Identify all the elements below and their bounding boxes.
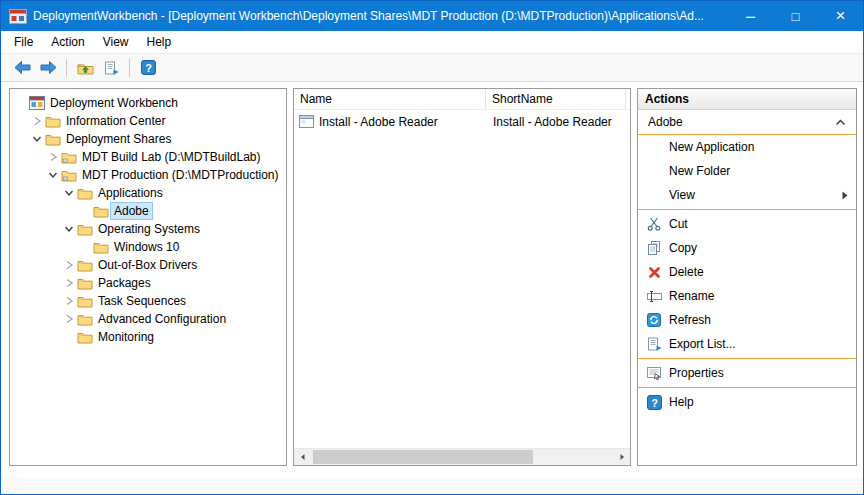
toolbar-separator xyxy=(66,59,67,77)
tree-item-label: Out-of-Box Drivers xyxy=(94,256,201,274)
column-header-shortname[interactable]: ShortName xyxy=(486,89,626,109)
title-bar[interactable]: DeploymentWorkbench - [Deployment Workbe… xyxy=(1,1,863,31)
action-new-application[interactable]: New Application xyxy=(638,135,856,159)
chevron-right-icon[interactable] xyxy=(62,258,76,272)
chevron-right-icon[interactable] xyxy=(30,114,44,128)
horizontal-scrollbar[interactable] xyxy=(294,448,630,465)
tree-item-mdt-build-lab-d-mdtbuildlab[interactable]: MDT Build Lab (D:\MDTBuildLab) xyxy=(10,148,286,166)
actions-pane: Actions Adobe New ApplicationNew FolderV… xyxy=(637,88,857,466)
forward-button[interactable] xyxy=(35,56,61,80)
chevron-right-icon[interactable] xyxy=(62,312,76,326)
minimize-button[interactable]: ─ xyxy=(728,1,773,31)
export-list-button[interactable] xyxy=(98,56,124,80)
up-folder-icon xyxy=(77,61,94,75)
expander-placeholder xyxy=(14,96,28,110)
tree-item-deployment-workbench[interactable]: Deployment Workbench xyxy=(10,94,286,112)
scroll-thumb[interactable] xyxy=(313,450,533,464)
action-delete[interactable]: Delete xyxy=(638,260,856,284)
action-refresh[interactable]: Refresh xyxy=(638,308,856,332)
toolbar: ? xyxy=(1,54,863,82)
actions-group-label: Adobe xyxy=(648,115,683,129)
folder-icon xyxy=(76,223,94,236)
action-label: Delete xyxy=(669,265,704,279)
column-header-name[interactable]: Name xyxy=(294,89,486,109)
expander-placeholder xyxy=(78,240,92,254)
action-properties[interactable]: Properties xyxy=(638,361,856,385)
scroll-right-arrow-icon[interactable] xyxy=(613,449,630,465)
results-pane: NameShortName Install - Adobe ReaderInst… xyxy=(293,88,631,466)
tree-item-label: Monitoring xyxy=(94,328,158,346)
row-name-label: Install - Adobe Reader xyxy=(319,115,438,129)
chevron-down-icon[interactable] xyxy=(62,186,76,200)
tree-item-mdt-production-d-mdtproduction[interactable]: MDT Production (D:\MDTProduction) xyxy=(10,166,286,184)
back-button[interactable] xyxy=(9,56,35,80)
tree-item-information-center[interactable]: Information Center xyxy=(10,112,286,130)
list-body: Install - Adobe ReaderInstall - Adobe Re… xyxy=(294,110,630,448)
scroll-track[interactable] xyxy=(311,449,613,465)
up-one-level-button[interactable] xyxy=(72,56,98,80)
action-export-list[interactable]: Export List... xyxy=(638,332,856,356)
console-icon xyxy=(28,96,46,110)
window-title: DeploymentWorkbench - [Deployment Workbe… xyxy=(33,9,728,23)
tree-item-out-of-box-drivers[interactable]: Out-of-Box Drivers xyxy=(10,256,286,274)
list-row-install-adobe-reader[interactable]: Install - Adobe ReaderInstall - Adobe Re… xyxy=(294,112,630,131)
action-view[interactable]: View xyxy=(638,183,856,207)
tree-item-monitoring[interactable]: Monitoring xyxy=(10,328,286,346)
list-header: NameShortName xyxy=(294,89,630,110)
action-label: Refresh xyxy=(669,313,711,327)
action-rename[interactable]: Rename xyxy=(638,284,856,308)
action-label: Properties xyxy=(669,366,724,380)
folder-icon xyxy=(76,295,94,308)
actions-group-header[interactable]: Adobe xyxy=(638,110,856,135)
app-icon xyxy=(9,9,27,24)
tree-item-applications[interactable]: Applications xyxy=(10,184,286,202)
tree-item-advanced-configuration[interactable]: Advanced Configuration xyxy=(10,310,286,328)
row-shortname-label: Install - Adobe Reader xyxy=(486,115,626,129)
back-arrow-icon xyxy=(14,60,31,75)
client-area: Deployment WorkbenchInformation CenterDe… xyxy=(1,82,863,478)
tree-item-label: Information Center xyxy=(62,112,169,130)
menu-view[interactable]: View xyxy=(94,32,138,52)
tree-item-adobe[interactable]: Adobe xyxy=(10,202,286,220)
menu-help[interactable]: Help xyxy=(138,32,181,52)
application-icon xyxy=(299,115,314,128)
action-label: Help xyxy=(669,395,694,409)
action-label: Export List... xyxy=(669,337,736,351)
export-doc-icon xyxy=(646,337,662,351)
folder-icon xyxy=(76,331,94,344)
close-button[interactable]: × xyxy=(818,1,863,31)
chevron-right-icon[interactable] xyxy=(62,276,76,290)
tree-item-task-sequences[interactable]: Task Sequences xyxy=(10,292,286,310)
action-help[interactable]: ?Help xyxy=(638,390,856,414)
tree-item-label: Windows 10 xyxy=(110,238,183,256)
refresh-icon xyxy=(646,313,662,327)
action-new-folder[interactable]: New Folder xyxy=(638,159,856,183)
chevron-up-icon[interactable] xyxy=(835,119,846,126)
delete-icon xyxy=(646,266,662,279)
tree-item-windows-10[interactable]: Windows 10 xyxy=(10,238,286,256)
maximize-button[interactable]: □ xyxy=(773,1,818,31)
action-label: Rename xyxy=(669,289,714,303)
actions-separator xyxy=(638,358,856,359)
tree-item-deployment-shares[interactable]: Deployment Shares xyxy=(10,130,286,148)
folder-icon xyxy=(92,241,110,254)
chevron-right-icon[interactable] xyxy=(46,150,60,164)
scroll-left-arrow-icon[interactable] xyxy=(294,449,311,465)
tree-item-operating-systems[interactable]: Operating Systems xyxy=(10,220,286,238)
action-label: View xyxy=(669,188,695,202)
folder-icon xyxy=(76,277,94,290)
svg-text:?: ? xyxy=(145,62,152,74)
properties-icon xyxy=(646,367,662,380)
tree-item-label: Packages xyxy=(94,274,155,292)
tree-item-packages[interactable]: Packages xyxy=(10,274,286,292)
chevron-down-icon[interactable] xyxy=(46,168,60,182)
chevron-down-icon[interactable] xyxy=(62,222,76,236)
menu-action[interactable]: Action xyxy=(42,32,93,52)
chevron-down-icon[interactable] xyxy=(30,132,44,146)
action-copy[interactable]: Copy xyxy=(638,236,856,260)
menu-file[interactable]: File xyxy=(5,32,42,52)
help-button[interactable]: ? xyxy=(135,56,161,80)
action-cut[interactable]: Cut xyxy=(638,212,856,236)
chevron-right-icon[interactable] xyxy=(62,294,76,308)
tree-item-label: Adobe xyxy=(110,202,153,220)
